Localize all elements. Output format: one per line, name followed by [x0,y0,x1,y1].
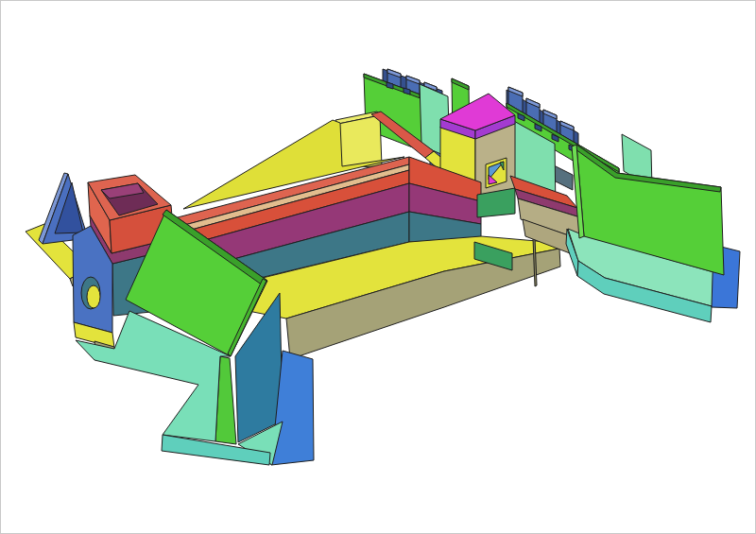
model-viewport[interactable] [0,0,756,534]
culvert-hole-inner-yellow [87,285,100,308]
walkway-side [338,115,382,167]
model-canvas[interactable] [0,0,756,534]
